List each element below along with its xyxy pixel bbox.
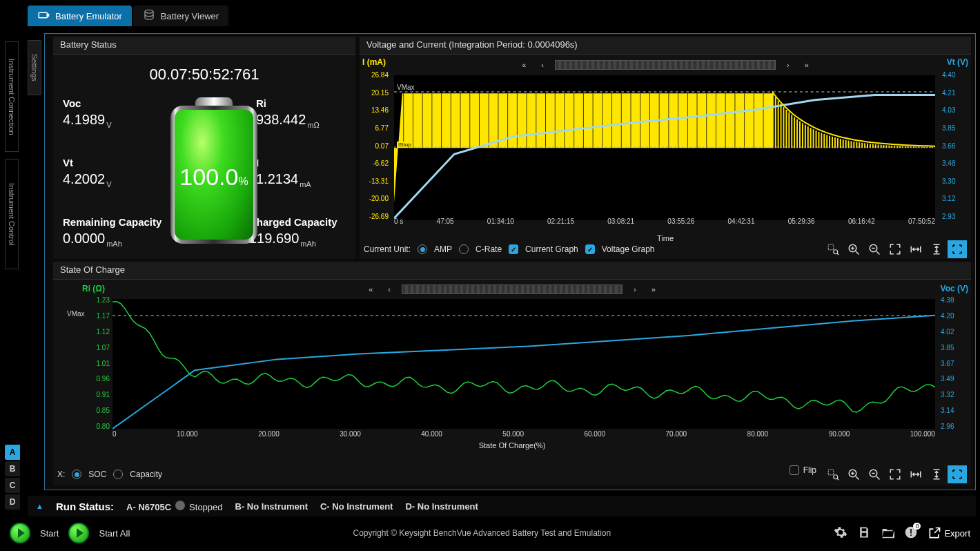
- svg-line-119: [856, 476, 859, 480]
- start-button[interactable]: [10, 523, 30, 543]
- battery-icon: [37, 9, 50, 23]
- axis-left-label: Ri (Ω): [82, 284, 105, 293]
- x-axis-label: X:: [57, 470, 65, 479]
- start-all-button[interactable]: [68, 523, 89, 543]
- vc-chart[interactable]: VMax IStop: [394, 75, 935, 220]
- radio-capacity[interactable]: [113, 470, 123, 479]
- tab-battery-emulator[interactable]: Battery Emulator: [28, 6, 132, 26]
- check-flip[interactable]: [790, 465, 799, 475]
- nav-scrubber[interactable]: [555, 60, 776, 70]
- alert-icon[interactable]: 0: [904, 525, 918, 541]
- axis-right-label: Vt (V): [947, 57, 968, 67]
- svg-line-117: [837, 478, 839, 480]
- vmax-label: VMax: [67, 310, 85, 318]
- footer: Start Start All Copyright © Keysight Ben…: [4, 519, 976, 547]
- nav-next-icon[interactable]: ›: [783, 61, 794, 69]
- channel-tab-c[interactable]: C: [5, 478, 20, 493]
- nav-last-icon[interactable]: »: [647, 285, 660, 293]
- svg-point-2: [145, 10, 153, 13]
- fit-y-icon[interactable]: [927, 465, 946, 483]
- voc-label: Voc: [63, 97, 166, 109]
- main-frame: Battery Status 00.07:50:52:761 Voc 4.198…: [44, 33, 976, 490]
- fit-y-icon[interactable]: [927, 240, 946, 258]
- yticks-right: 4.384.204.023.853.673.493.323.142.96: [938, 296, 968, 430]
- nav-first-icon[interactable]: «: [364, 285, 377, 293]
- nav-next-icon[interactable]: ›: [629, 285, 640, 293]
- istop-label: IStop: [397, 142, 413, 148]
- nav-prev-icon[interactable]: ‹: [537, 61, 548, 69]
- fit-x-icon[interactable]: [906, 465, 925, 483]
- svg-rect-104: [828, 244, 834, 250]
- panel-header: Voltage and Current (Integration Period:…: [360, 37, 971, 55]
- rail-instrument-connection[interactable]: Instrument Connection: [5, 41, 19, 152]
- database-icon: [143, 9, 155, 23]
- start-label: Start: [40, 528, 59, 539]
- svg-line-112: [876, 251, 880, 255]
- channel-tab-a[interactable]: A: [5, 445, 20, 460]
- save-icon[interactable]: [857, 525, 871, 541]
- vc-controls: Current Unit: AMP C-Rate Current Graph V…: [364, 240, 967, 259]
- nav-prev-icon[interactable]: ‹: [384, 285, 395, 293]
- zoom-in-icon[interactable]: [844, 465, 863, 483]
- nav-first-icon[interactable]: «: [518, 61, 530, 69]
- radio-soc[interactable]: [72, 470, 81, 479]
- check-voltage-graph[interactable]: [585, 244, 595, 254]
- svg-line-106: [837, 253, 839, 255]
- zoom-area-icon[interactable]: [823, 240, 843, 258]
- radio-amp[interactable]: [418, 244, 427, 254]
- zoom-out-icon[interactable]: [865, 240, 884, 258]
- collapse-icon[interactable]: ▲: [36, 502, 43, 510]
- start-all-label: Start All: [99, 528, 130, 539]
- tab-battery-viewer[interactable]: Battery Viewer: [133, 6, 228, 26]
- export-button[interactable]: Export: [928, 526, 970, 540]
- svg-rect-1: [48, 14, 49, 16]
- channel-tab-b[interactable]: B: [5, 461, 20, 476]
- battery-level-icon: 100.0%: [170, 97, 257, 249]
- rail-instrument-control[interactable]: Instrument Control: [5, 159, 19, 269]
- tab-label: Battery Viewer: [161, 11, 219, 21]
- fit-all-icon[interactable]: [885, 465, 905, 483]
- open-icon[interactable]: [881, 525, 894, 541]
- remaining-value: 0.0000mAh: [63, 228, 173, 248]
- panel-header: State Of Charge: [53, 262, 971, 280]
- ri-label: Ri: [256, 97, 346, 109]
- zoom-area-icon[interactable]: [823, 465, 843, 483]
- battery-status-panel: Battery Status 00.07:50:52:761 Voc 4.198…: [53, 37, 355, 259]
- settings-icon[interactable]: [834, 525, 847, 541]
- vt-label: Vt: [63, 157, 166, 168]
- run-status-title: Run Status:: [56, 501, 114, 512]
- channel-tab-d[interactable]: D: [5, 494, 20, 510]
- axis-right-label: Voc (V): [941, 284, 968, 293]
- battery-percent: 100.0%: [175, 164, 253, 191]
- autoscale-icon[interactable]: [948, 465, 967, 483]
- xticks: 010.00020.00030.00040.00050.00060.00070.…: [112, 430, 935, 441]
- check-current-graph[interactable]: [509, 244, 518, 254]
- nav-last-icon[interactable]: »: [801, 61, 813, 69]
- zoom-in-icon[interactable]: [844, 240, 863, 258]
- chart-nav: « ‹ › »: [360, 55, 971, 70]
- soc-chart[interactable]: [112, 299, 935, 429]
- panel-header: Battery Status: [53, 37, 355, 55]
- fit-all-icon[interactable]: [885, 240, 905, 258]
- ri-value: 938.442mΩ: [256, 109, 346, 129]
- xaxis-title: State Of Charge(%): [53, 441, 971, 450]
- soc-panel: State Of Charge « ‹ › » Ri (Ω) Voc (V) 1…: [53, 262, 971, 485]
- rail-settings[interactable]: Settings: [28, 40, 41, 95]
- voltage-current-panel: Voltage and Current (Integration Period:…: [360, 37, 971, 259]
- zoom-out-icon[interactable]: [865, 465, 884, 483]
- yticks-left: 1.231.171.121.071.010.960.910.850.80: [82, 296, 110, 430]
- fit-x-icon[interactable]: [906, 240, 925, 258]
- remaining-label: Remaining Capacity: [63, 216, 173, 228]
- autoscale-icon[interactable]: [948, 240, 967, 258]
- svg-rect-115: [828, 470, 834, 475]
- status-dot-icon: [175, 501, 185, 510]
- current-unit-label: Current Unit:: [364, 244, 411, 254]
- radio-crate[interactable]: [459, 244, 469, 254]
- run-status-bar: ▲ Run Status: A- N6705CStopped B- No Ins…: [28, 496, 976, 516]
- svg-point-116: [834, 475, 838, 479]
- vt-value: 4.2002V: [63, 168, 166, 188]
- nav-scrubber[interactable]: [402, 284, 623, 294]
- soc-controls: X: SOC Capacity Flip: [57, 465, 967, 484]
- i-value: 1.2134mA: [256, 168, 346, 188]
- charged-value: 119.690mAh: [249, 228, 346, 248]
